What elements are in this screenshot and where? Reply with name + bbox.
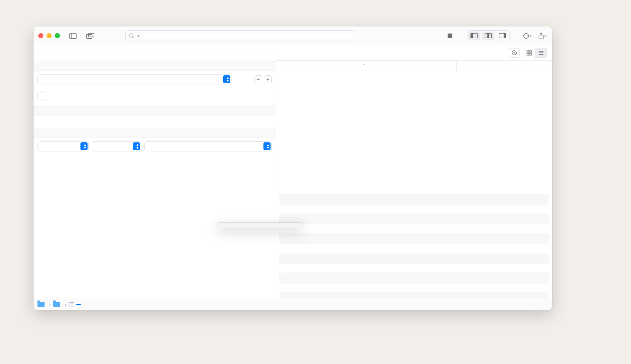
- path-segment-selected[interactable]: [69, 302, 81, 306]
- svg-point-14: [526, 35, 526, 36]
- svg-point-13: [525, 35, 525, 36]
- svg-rect-25: [530, 53, 532, 55]
- column-kind[interactable]: [369, 61, 457, 71]
- close-button[interactable]: [38, 33, 43, 38]
- windows-icon[interactable]: [84, 31, 96, 41]
- column-headers: ⌃: [276, 61, 552, 71]
- chevron-right-icon: ›: [65, 301, 67, 308]
- filter-rows: [34, 54, 276, 62]
- refine-pane: ▴▾ − + ▴▾ ▴▾ ▴▾: [34, 45, 276, 310]
- share-icon[interactable]: [536, 31, 548, 41]
- search-field[interactable]: ▼: [125, 30, 354, 41]
- exclude-locations-chip[interactable]: [37, 91, 46, 101]
- path-segment[interactable]: [53, 302, 62, 307]
- svg-rect-0: [70, 33, 77, 38]
- svg-rect-9: [487, 34, 489, 38]
- locations-heading: [34, 62, 276, 71]
- limit-heading: [34, 129, 276, 138]
- chevron-right-icon: ›: [49, 301, 51, 308]
- filter-icon[interactable]: [509, 48, 520, 58]
- column-name[interactable]: ⌃: [276, 61, 369, 71]
- toolbar: ▼: [34, 26, 552, 45]
- layout-split-icon[interactable]: [482, 32, 494, 40]
- svg-rect-2: [87, 34, 92, 38]
- window-controls: [38, 33, 60, 38]
- tags-heading: [34, 106, 276, 116]
- layout-right-icon[interactable]: [497, 32, 508, 40]
- sidebar-toggle-icon[interactable]: [67, 31, 79, 41]
- grid-view-icon[interactable]: [523, 48, 535, 58]
- view-mode-segment: [523, 48, 547, 58]
- layout-segment: [467, 30, 510, 41]
- limit-order-select[interactable]: ▴▾: [92, 141, 141, 151]
- folder-icon: [53, 302, 60, 307]
- list-view-icon[interactable]: [535, 48, 547, 58]
- minimize-button[interactable]: [47, 33, 52, 38]
- limit-by-select[interactable]: ▴▾: [144, 141, 272, 151]
- folder-icon: [37, 302, 45, 307]
- fullscreen-button[interactable]: [55, 33, 60, 38]
- path-segment[interactable]: [37, 302, 47, 307]
- results-pane: ⌃: [276, 45, 552, 310]
- path-bar: › ›: [34, 298, 552, 310]
- limit-count-select[interactable]: ▴▾: [37, 141, 89, 151]
- results-rows: [276, 71, 552, 187]
- svg-line-5: [133, 37, 134, 38]
- image-file-icon: [69, 302, 74, 306]
- more-menu-icon[interactable]: [521, 31, 533, 41]
- context-menu: [217, 222, 303, 227]
- stop-icon[interactable]: [444, 31, 456, 41]
- svg-rect-22: [527, 50, 529, 52]
- app-window: ▼ ▴▾: [34, 26, 552, 310]
- remove-button[interactable]: −: [254, 75, 262, 83]
- svg-point-4: [130, 34, 133, 37]
- placeholder-rows: [276, 187, 552, 310]
- search-input[interactable]: [143, 33, 351, 39]
- column-modified[interactable]: [457, 61, 552, 71]
- svg-rect-3: [89, 33, 94, 37]
- tags-list: [34, 116, 276, 129]
- svg-rect-23: [530, 50, 532, 52]
- svg-rect-24: [527, 53, 529, 55]
- add-button[interactable]: +: [264, 75, 272, 83]
- location-select[interactable]: ▴▾: [37, 74, 231, 84]
- layout-left-icon[interactable]: [468, 32, 480, 40]
- svg-rect-7: [471, 34, 473, 38]
- refine-heading: [34, 45, 276, 54]
- svg-rect-11: [504, 34, 506, 38]
- svg-point-15: [527, 35, 528, 36]
